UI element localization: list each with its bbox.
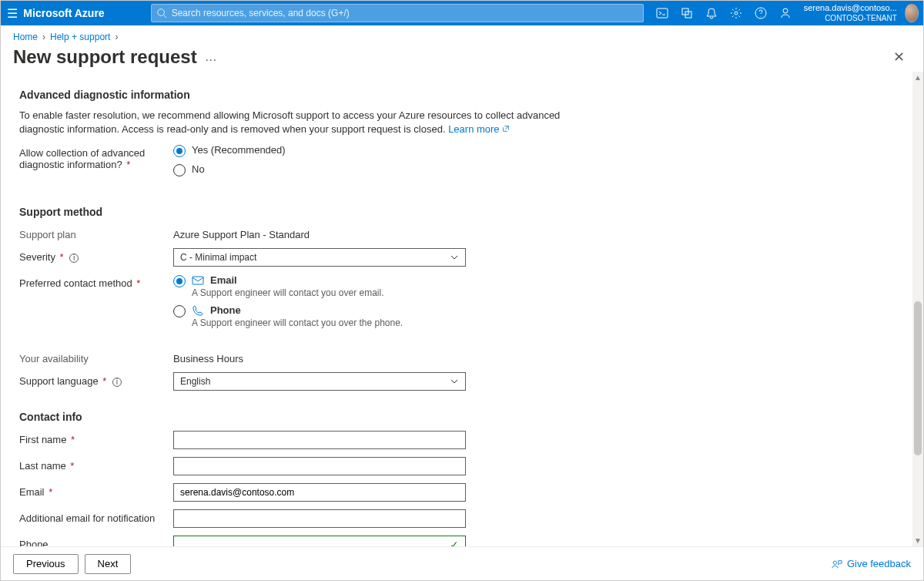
last-name-input[interactable] [173, 457, 466, 475]
svg-point-7 [783, 8, 788, 13]
last-name-label: Last name * [19, 457, 173, 472]
help-icon[interactable] [748, 1, 773, 25]
radio-no-label: No [192, 163, 205, 175]
radio-phone[interactable] [173, 305, 186, 317]
chevron-right-icon: › [42, 32, 45, 42]
account-tenant: CONTOSO-TENANT [804, 13, 897, 23]
heading-advanced-diagnostic: Advanced diagnostic information [19, 89, 894, 101]
first-name-label: First name * [19, 431, 173, 445]
page-title: New support request [13, 46, 197, 68]
feedback-icon[interactable] [773, 1, 798, 25]
check-icon: ✓ [450, 539, 459, 546]
radio-no[interactable] [173, 164, 186, 176]
close-icon[interactable]: ✕ [887, 45, 911, 69]
avatar[interactable] [905, 4, 919, 22]
breadcrumb-home[interactable]: Home [13, 32, 38, 42]
support-plan-label: Support plan [19, 226, 173, 240]
info-icon[interactable]: i [112, 378, 122, 387]
breadcrumb: Home › Help + support › [13, 32, 911, 42]
next-button[interactable]: Next [85, 554, 132, 574]
heading-contact-info: Contact info [19, 411, 894, 423]
notifications-icon[interactable] [699, 1, 724, 25]
radio-phone-sub: A Support engineer will contact you over… [192, 317, 403, 328]
more-icon[interactable]: … [205, 50, 219, 64]
radio-yes[interactable] [173, 145, 186, 157]
radio-email[interactable] [173, 275, 186, 287]
availability-label: Your availability [19, 350, 173, 364]
previous-button[interactable]: Previous [13, 554, 79, 574]
svg-point-0 [157, 9, 164, 16]
settings-icon[interactable] [724, 1, 748, 25]
allow-collection-label: Allow collection of advanced diagnostic … [19, 144, 173, 170]
first-name-input[interactable] [173, 431, 466, 449]
support-language-label: Support language * i [19, 372, 173, 387]
radio-phone-label: Phone [210, 304, 241, 316]
breadcrumb-help[interactable]: Help + support [50, 32, 110, 42]
give-feedback-link[interactable]: Give feedback [832, 558, 911, 569]
phone-icon [192, 304, 204, 317]
scroll-down-icon[interactable]: ▼ [912, 536, 923, 545]
info-icon[interactable]: i [69, 254, 79, 263]
email-label: Email * [19, 483, 173, 498]
svg-rect-8 [192, 277, 203, 284]
radio-email-label: Email [210, 274, 237, 286]
preferred-contact-label: Preferred contact method * [19, 274, 173, 289]
global-search[interactable] [151, 4, 644, 22]
phone-input[interactable]: ✓ [173, 536, 466, 546]
support-plan-value: Azure Support Plan - Standard [173, 226, 310, 240]
radio-email-sub: A Support engineer will contact you over… [192, 287, 403, 298]
email-input[interactable] [173, 483, 466, 502]
heading-support-method: Support method [19, 206, 894, 218]
additional-email-input[interactable] [173, 509, 466, 528]
hamburger-icon[interactable]: ☰ [1, 6, 23, 21]
phone-label: Phone [19, 536, 173, 546]
search-icon [156, 8, 167, 18]
support-language-select[interactable]: English [173, 372, 466, 391]
cloud-shell-icon[interactable] [650, 1, 675, 25]
topbar: ☰ Microsoft Azure serena.davis@contoso..… [1, 1, 923, 25]
learn-more-link[interactable]: Learn more [448, 123, 510, 135]
severity-label: Severity * i [19, 248, 173, 263]
footer: Previous Next Give feedback [1, 546, 923, 580]
availability-value: Business Hours [173, 350, 243, 364]
advanced-diagnostic-desc: To enable faster resolution, we recommen… [19, 109, 589, 136]
chevron-down-icon [450, 253, 459, 262]
brand: Microsoft Azure [23, 7, 112, 19]
account-email: serena.davis@contoso... [804, 3, 897, 13]
svg-line-1 [163, 15, 166, 18]
additional-email-label: Additional email for notification [19, 509, 173, 524]
severity-select[interactable]: C - Minimal impact [173, 248, 466, 267]
directories-icon[interactable] [675, 1, 699, 25]
person-feedback-icon [832, 559, 842, 569]
svg-point-9 [833, 561, 836, 564]
scroll-up-icon[interactable]: ▲ [912, 73, 923, 82]
external-link-icon [502, 125, 510, 133]
account-info[interactable]: serena.davis@contoso... CONTOSO-TENANT [798, 3, 900, 23]
chevron-down-icon [450, 377, 459, 386]
chevron-right-icon: › [115, 32, 118, 42]
svg-rect-2 [657, 8, 668, 18]
svg-point-5 [735, 12, 738, 15]
scrollbar-thumb[interactable] [914, 301, 922, 455]
radio-yes-label: Yes (Recommended) [192, 144, 286, 156]
search-input[interactable] [172, 8, 643, 18]
mail-icon [192, 274, 204, 287]
scrollbar[interactable]: ▲ ▼ [912, 72, 923, 546]
